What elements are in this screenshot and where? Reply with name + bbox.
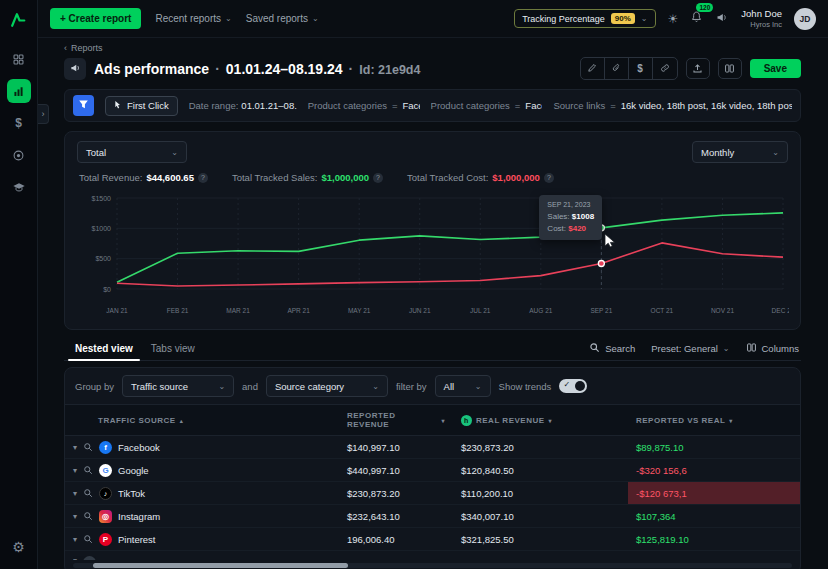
sidebar-item-dashboard[interactable] xyxy=(7,47,31,71)
metric-select[interactable]: Total ⌄ xyxy=(77,141,187,163)
table-row[interactable]: ▾♪TikTok$230,873.20$110,200.10-$120 673,… xyxy=(65,482,800,505)
traffic-source-name: Google xyxy=(118,465,149,476)
tracking-percentage-button[interactable]: Tracking Percentage 90% ⌄ xyxy=(514,9,655,28)
help-icon[interactable]: ? xyxy=(198,173,208,183)
row-expand-icon[interactable]: ▾ xyxy=(73,443,77,452)
breadcrumb[interactable]: ‹ Reports xyxy=(64,43,103,53)
revenue-chart[interactable]: $1500$1000$500$0JAN 21FEB 21MAR 21APR 21… xyxy=(77,185,788,325)
bell-icon xyxy=(690,10,703,27)
show-trends-toggle[interactable]: ✓ xyxy=(559,379,587,393)
row-expand-icon[interactable]: ▾ xyxy=(73,489,77,498)
row-drilldown-icon[interactable] xyxy=(83,442,93,452)
preset-select[interactable]: Preset: General ⌄ xyxy=(651,343,729,354)
row-expand-icon[interactable]: ▾ xyxy=(73,535,77,544)
recent-reports-menu[interactable]: Recent reports ⌄ xyxy=(155,13,231,24)
sidebar-item-academy[interactable] xyxy=(7,175,31,199)
real-revenue-cell: $120,840.50 xyxy=(453,459,628,481)
row-drilldown-icon[interactable] xyxy=(83,511,93,521)
sidebar-item-sales[interactable]: $ xyxy=(7,111,31,135)
topbar: + Create report Recent reports ⌄ Saved r… xyxy=(38,0,828,38)
sidebar-item-tracking[interactable] xyxy=(7,143,31,167)
create-report-button[interactable]: + Create report xyxy=(50,8,141,29)
attribution-model-button[interactable]: First Click xyxy=(105,96,178,116)
column-header-traffic-source[interactable]: TRAFFIC SOURCE ▴ xyxy=(65,405,339,435)
view-tabs: Nested view Tabs view Search Preset: Gen… xyxy=(64,337,801,361)
column-header-reported-revenue[interactable]: REPORTED REVENUE ▾ xyxy=(339,405,453,435)
filter-by-select[interactable]: All ⌄ xyxy=(435,375,491,397)
row-drilldown-icon[interactable] xyxy=(83,534,93,544)
row-expand-icon[interactable]: ▾ xyxy=(73,556,77,561)
sales-dollar-icon: $ xyxy=(15,116,22,130)
chevron-down-icon: ⌄ xyxy=(225,14,232,23)
saved-reports-menu[interactable]: Saved reports ⌄ xyxy=(246,13,319,24)
currency-button[interactable]: $ xyxy=(629,58,653,79)
announcements-button[interactable] xyxy=(715,11,729,27)
row-drilldown-icon[interactable] xyxy=(83,465,93,475)
total-tracked-cost-stat: Total Tracked Cost: $1,000,000 ? xyxy=(407,172,554,183)
table-row[interactable]: ▾PPinterest196,006.40$321,825.50$125,819… xyxy=(65,528,800,551)
horizontal-scrollbar[interactable] xyxy=(73,563,792,568)
group-by-secondary-select[interactable]: Source category ⌄ xyxy=(266,375,388,397)
search-icon xyxy=(589,342,600,355)
interval-select[interactable]: Monthly ⌄ xyxy=(692,141,788,163)
user-name: John Doe xyxy=(741,8,782,19)
row-drilldown-icon[interactable] xyxy=(83,488,93,498)
group-by-select[interactable]: Traffic source ⌄ xyxy=(122,375,234,397)
layout-button[interactable] xyxy=(718,58,742,79)
svg-text:DEC 21: DEC 21 xyxy=(772,307,789,314)
help-icon[interactable]: ? xyxy=(373,173,383,183)
traffic-source-name: Instagram xyxy=(118,511,160,522)
export-button[interactable] xyxy=(686,58,710,79)
settings-gear-icon: ⚙ xyxy=(12,539,25,555)
theme-toggle-button[interactable]: ☀ xyxy=(668,12,679,26)
table-row[interactable]: ▾◎Instagram$232,643.10$340,007.10$107,36… xyxy=(65,505,800,528)
filter-button[interactable] xyxy=(73,95,94,116)
chevron-down-icon: ⌄ xyxy=(641,14,648,23)
save-button[interactable]: Save xyxy=(750,59,801,78)
column-header-reported-vs-real[interactable]: REPORTED VS REAL ▾ xyxy=(628,405,800,435)
attach-button[interactable] xyxy=(605,58,629,79)
date-range-filter[interactable]: Date range: 01.01.21–08.19.21 xyxy=(189,100,297,111)
sidebar-item-settings[interactable]: ⚙ xyxy=(7,535,31,559)
tab-tabs-view[interactable]: Tabs view xyxy=(142,337,204,360)
traffic-source-cell: ▾♪TikTok xyxy=(65,482,339,504)
help-icon[interactable]: ? xyxy=(544,173,554,183)
cursor-pointer-icon xyxy=(604,233,616,248)
row-expand-icon[interactable]: ▾ xyxy=(73,466,77,475)
traffic-source-cell: ▾◎Instagram xyxy=(65,505,339,527)
tab-nested-view[interactable]: Nested view xyxy=(66,337,142,360)
line-chart-svg: $1500$1000$500$0JAN 21FEB 21MAR 21APR 21… xyxy=(77,185,789,325)
back-icon: ‹ xyxy=(64,43,67,53)
chart-tooltip: SEP 21, 2023 Sales: $1008 Cost: $420 xyxy=(539,195,602,240)
filter-chip[interactable]: Source links = 16k video, 18th post, 16k… xyxy=(553,100,792,111)
reported-revenue-cell: $140,997.10 xyxy=(339,436,453,458)
filter-chip[interactable]: Product categories = Facebook xyxy=(308,100,420,111)
filter-chip[interactable]: Product categories = Facebook xyxy=(431,100,543,111)
row-expand-icon[interactable]: ▾ xyxy=(73,512,77,521)
filter-bar: First Click Date range: 01.01.21–08.19.2… xyxy=(64,89,801,122)
table-row[interactable]: ▾GGoogle$440,997.10$120,840.50-$320 156,… xyxy=(65,459,800,482)
traffic-source-name: TikTok xyxy=(118,488,145,499)
sidebar-collapse-button[interactable]: › xyxy=(38,104,49,124)
sort-asc-icon: ▴ xyxy=(180,417,184,424)
title-actions: $ Save xyxy=(580,57,801,80)
academy-cap-icon xyxy=(12,180,26,194)
sidebar-item-reports[interactable] xyxy=(7,79,31,103)
notifications-button[interactable]: 120 xyxy=(690,10,703,27)
link-button[interactable] xyxy=(653,58,677,79)
instagram-icon: ◎ xyxy=(99,510,112,523)
column-header-real-revenue[interactable]: h REAL REVENUE ▾ xyxy=(453,405,628,435)
scrollbar-thumb[interactable] xyxy=(93,563,348,568)
hyros-logo-icon[interactable] xyxy=(8,9,30,31)
svg-text:AUG 21: AUG 21 xyxy=(529,307,553,314)
columns-button[interactable]: Columns xyxy=(746,342,800,355)
user-info: John Doe Hyros Inc xyxy=(741,8,782,28)
search-button[interactable]: Search xyxy=(589,342,635,355)
real-revenue-cell: $230,873.20 xyxy=(453,436,628,458)
reported-vs-real-cell: $107,364 xyxy=(628,505,800,527)
edit-button[interactable] xyxy=(581,58,605,79)
report-id: Id: 21e9d4 xyxy=(359,63,420,77)
sort-desc-icon: ▾ xyxy=(549,417,553,424)
table-row[interactable]: ▾fFacebook$140,997.10$230,873.20$89,875.… xyxy=(65,436,800,459)
avatar[interactable]: JD xyxy=(794,8,816,30)
